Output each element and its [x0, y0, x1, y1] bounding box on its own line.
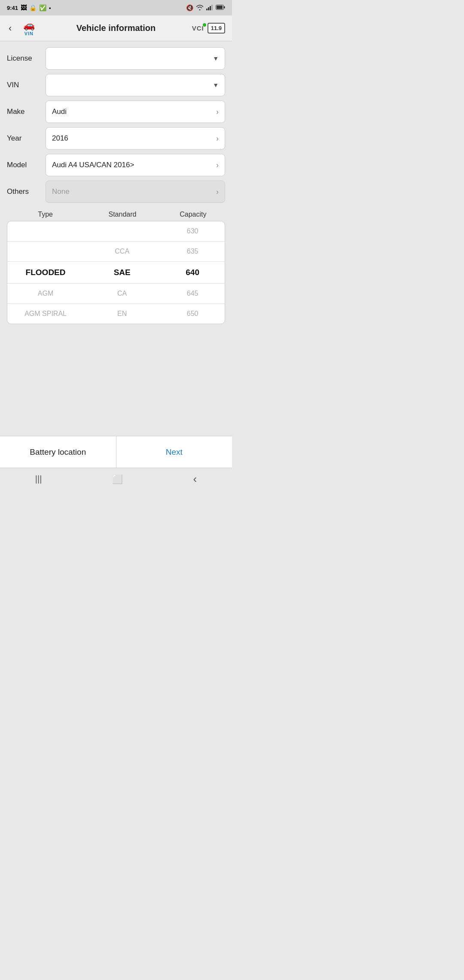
license-dropdown-arrow: ▼ [213, 55, 219, 62]
license-row: License ▼ [7, 47, 225, 70]
back-button[interactable]: ‹ [7, 21, 13, 36]
vin-label: VIN [7, 81, 46, 89]
model-field[interactable]: Audi A4 USA/CAN 2016> › [46, 154, 225, 176]
photo-icon: 🖼 [21, 4, 27, 11]
cell-capacity-2: 640 [160, 262, 225, 283]
svg-rect-3 [211, 5, 213, 10]
cell-standard-1: CCA [84, 242, 160, 261]
table-row[interactable]: 630 [7, 221, 225, 242]
cell-capacity-1: 635 [160, 242, 225, 261]
header-title: Vehicle information [76, 23, 156, 33]
vci-connected-dot [202, 23, 207, 27]
svg-rect-5 [217, 6, 223, 9]
cell-type-0 [7, 225, 84, 237]
svg-rect-2 [210, 6, 211, 10]
make-value: Audi [52, 107, 67, 116]
others-row: Others None › [7, 181, 225, 203]
battery-level-badge: 11.9 [208, 23, 225, 34]
cell-standard-2: SAE [84, 262, 160, 283]
license-label: License [7, 54, 46, 63]
table-row[interactable]: AGM CA 645 [7, 284, 225, 304]
year-row: Year 2016 › [7, 127, 225, 150]
make-field[interactable]: Audi › [46, 101, 225, 123]
table-row[interactable]: AGM SPIRAL EN 650 [7, 304, 225, 324]
col-header-type: Type [7, 211, 84, 218]
others-field[interactable]: None › [46, 181, 225, 203]
cell-capacity-3: 645 [160, 284, 225, 303]
make-label: Make [7, 107, 46, 116]
header: ‹ 🚗 VIN Vehicle information VCI 11.9 [0, 15, 232, 41]
others-chevron-icon: › [216, 187, 219, 196]
license-field[interactable]: ▼ [46, 47, 225, 70]
table-row-selected[interactable]: FLOODED SAE 640 [7, 262, 225, 284]
cell-standard-4: EN [84, 304, 160, 324]
model-row: Model Audi A4 USA/CAN 2016> › [7, 154, 225, 176]
vin-logo: 🚗 VIN [18, 20, 40, 37]
cell-type-3: AGM [7, 284, 84, 303]
status-time: 9:41 [7, 5, 18, 11]
table-header: Type Standard Capacity [7, 207, 225, 221]
dot-icon: • [49, 5, 51, 11]
model-value: Audi A4 USA/CAN 2016> [52, 161, 134, 169]
model-label: Model [7, 161, 46, 169]
nav-menu-icon[interactable]: ||| [35, 474, 42, 484]
cell-type-4: AGM SPIRAL [7, 304, 84, 324]
vin-dropdown-arrow: ▼ [213, 82, 219, 89]
year-value: 2016 [52, 134, 68, 143]
table-body: 630 CCA 635 FLOODED SAE 640 [7, 221, 225, 324]
cell-type-1 [7, 245, 84, 257]
year-chevron-icon: › [216, 134, 219, 143]
cell-type-2: FLOODED [7, 262, 84, 283]
cell-capacity-0: 630 [160, 221, 225, 241]
lock-icon: 🔒 [29, 4, 37, 11]
col-header-capacity: Capacity [161, 211, 225, 218]
model-chevron-icon: › [216, 161, 219, 170]
table-row[interactable]: CCA 635 [7, 242, 225, 262]
vin-field[interactable]: ▼ [46, 74, 225, 96]
others-label: Others [7, 187, 46, 196]
vin-row: VIN ▼ [7, 74, 225, 96]
col-header-standard: Standard [84, 211, 161, 218]
others-value: None [52, 187, 70, 196]
year-label: Year [7, 134, 46, 143]
cell-standard-3: CA [84, 284, 160, 303]
nav-back-icon[interactable]: ‹ [193, 472, 197, 486]
status-bar: 9:41 🖼 🔒 ✅ • 🔇 [0, 0, 232, 15]
next-button[interactable]: Next [116, 436, 232, 468]
make-row: Make Audi › [7, 101, 225, 123]
bottom-buttons: Battery location Next [0, 436, 232, 468]
battery-icon [216, 5, 225, 11]
svg-rect-6 [224, 6, 225, 8]
year-field[interactable]: 2016 › [46, 127, 225, 150]
check-icon: ✅ [39, 4, 46, 11]
make-chevron-icon: › [216, 107, 219, 116]
navigation-bar: ||| ⬜ ‹ [0, 468, 232, 490]
svg-rect-0 [206, 9, 208, 10]
cell-standard-0 [84, 225, 160, 237]
battery-table: Type Standard Capacity 630 CCA 6 [7, 207, 225, 324]
vci-badge: VCI [192, 24, 204, 32]
cell-capacity-4: 650 [160, 304, 225, 324]
wifi-icon [196, 4, 204, 12]
nav-home-icon[interactable]: ⬜ [112, 474, 123, 484]
svg-rect-1 [208, 7, 209, 10]
signal-icon [206, 4, 213, 12]
mute-icon: 🔇 [186, 4, 193, 11]
battery-location-button[interactable]: Battery location [0, 436, 116, 468]
